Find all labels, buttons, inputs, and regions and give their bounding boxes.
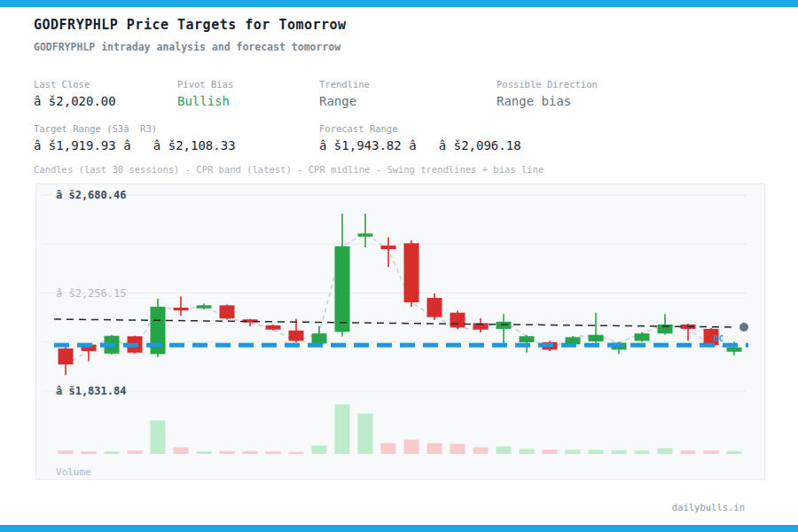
stat-value: â š1,919.93 â â š2,108.33	[34, 138, 236, 153]
volume-bar	[128, 450, 143, 454]
candle-body	[358, 233, 373, 236]
stat-forecast-range: Forecast Range â š1,943.82 â â š2,096.18	[319, 123, 521, 153]
brand-link[interactable]: dailybulls.in	[672, 502, 745, 512]
chart-caption: Candles (last 30 sessions) - CPR band (l…	[34, 164, 544, 175]
volume-bar	[681, 450, 696, 454]
volume-bar	[704, 450, 719, 454]
y-axis-label: â š2,256.15	[56, 287, 126, 300]
price-chart-panel: BCâ š2,680.46â š2,256.15â š1,831.84Volum…	[35, 184, 765, 480]
candle-body	[312, 333, 327, 343]
volume-bar	[566, 450, 581, 454]
page-subtitle: GODFRYPHLP intraday analysis and forecas…	[34, 41, 340, 53]
volume-bar	[404, 440, 419, 454]
stat-label: Forecast Range	[319, 123, 521, 134]
volume-bar	[635, 450, 650, 454]
volume-bar	[450, 444, 466, 454]
stat-label: Trendline	[319, 79, 370, 90]
price-chart-svg: BCâ š2,680.46â š2,256.15â š1,831.84Volum…	[36, 184, 764, 479]
stat-label: Target Range (S3â R3)	[34, 123, 236, 134]
volume-bar	[612, 450, 627, 454]
volume-bar	[312, 446, 327, 454]
stat-target-range: Target Range (S3â R3) â š1,919.93 â â š2…	[34, 123, 236, 153]
volume-bar	[197, 451, 212, 454]
volume-label: Volume	[56, 466, 91, 478]
volume-bar	[335, 404, 350, 454]
stat-value: Range bias	[497, 94, 598, 108]
bottom-accent-bar	[0, 525, 798, 532]
bias-line-dot	[739, 323, 748, 332]
candle-body	[266, 325, 281, 330]
cpr-bc-label: BC	[714, 334, 724, 343]
stat-trendline: Trendline Range	[319, 79, 370, 108]
volume-bar	[243, 451, 258, 454]
candle-body	[197, 305, 212, 308]
volume-bar	[220, 451, 235, 454]
candle-body	[427, 298, 442, 317]
candle-body	[335, 246, 350, 332]
candle-body	[174, 308, 189, 310]
volume-bar	[658, 448, 673, 454]
volume-bar	[520, 449, 535, 454]
volume-bar	[105, 451, 120, 454]
candle-body	[289, 331, 304, 341]
stat-label: Last Close	[34, 79, 116, 90]
volume-bar	[59, 450, 74, 454]
y-axis-label: â š2,680.46	[56, 189, 126, 201]
candle-body	[404, 243, 419, 302]
volume-bar	[266, 451, 281, 454]
candle-body	[450, 313, 466, 328]
volume-bar	[174, 447, 189, 454]
candle-body	[635, 333, 650, 340]
stat-possible-direction: Possible Direction Range bias	[497, 79, 598, 108]
candle-body	[59, 348, 74, 364]
volume-bar	[589, 450, 604, 454]
y-axis-label: â š1,831.84	[56, 385, 126, 397]
stat-value: Bullish	[177, 94, 233, 108]
candle-body	[381, 246, 396, 249]
volume-bar	[289, 452, 304, 454]
stat-label: Pivot Bias	[177, 79, 233, 90]
volume-bar	[473, 447, 489, 454]
volume-bar	[727, 451, 742, 454]
volume-bar	[82, 451, 97, 454]
volume-bar	[151, 420, 166, 454]
volume-bar	[543, 450, 558, 454]
candle-body	[497, 322, 512, 329]
volume-bar	[497, 446, 512, 454]
stat-value: Range	[319, 94, 370, 108]
volume-bar	[358, 413, 373, 454]
volume-bar	[381, 443, 396, 454]
stat-label: Possible Direction	[497, 79, 598, 90]
candle-body	[520, 336, 535, 342]
top-accent-bar	[0, 0, 798, 7]
candle-body	[589, 335, 604, 341]
candle-body	[727, 348, 742, 352]
candle-body	[220, 305, 235, 318]
stat-value: â š2,020.00	[34, 94, 116, 108]
stat-pivot-bias: Pivot Bias Bullish	[177, 79, 233, 108]
page-title: GODFRYPHLP Price Targets for Tomorrow	[34, 17, 347, 33]
stat-last-close: Last Close â š2,020.00	[34, 79, 116, 108]
volume-bar	[427, 443, 442, 454]
stat-value: â š1,943.82 â â š2,096.18	[319, 138, 521, 153]
